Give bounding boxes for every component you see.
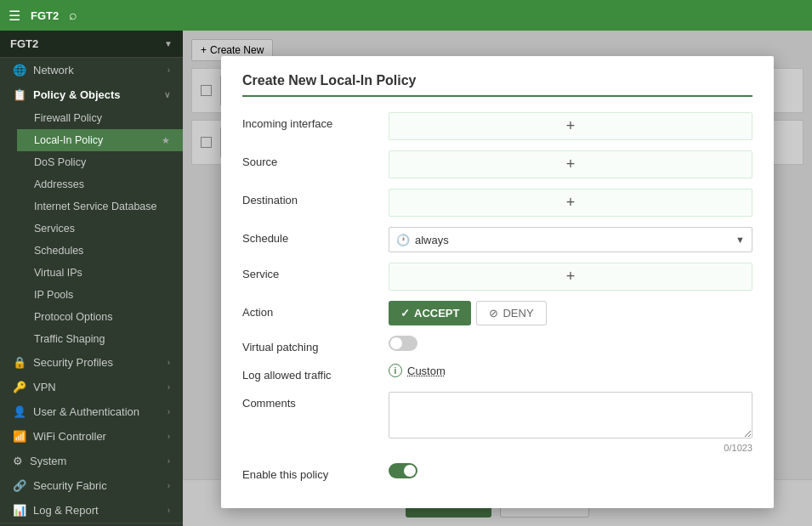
sidebar-item-schedules[interactable]: Schedules (17, 240, 183, 262)
info-icon[interactable]: i (389, 364, 402, 377)
service-row: Service + (242, 263, 752, 291)
log-traffic-value[interactable]: Custom (407, 365, 446, 377)
enable-policy-label: Enable this policy (242, 463, 378, 481)
schedule-control: 🕐 always ▼ (389, 227, 752, 252)
chevron-down-icon: ∨ (164, 90, 170, 99)
sidebar-item-protocol-options[interactable]: Protocol Options (17, 306, 183, 328)
sidebar-item-ip-pools[interactable]: IP Pools (17, 284, 183, 306)
sidebar-item-vpn[interactable]: 🔑 VPN › (0, 375, 183, 399)
schedule-value: always (415, 234, 735, 246)
chevron-right-icon: › (168, 456, 170, 466)
service-control: + (389, 263, 752, 291)
sidebar: FGT2 ▼ 🌐 Network › 📋 Policy & Objects ∨ … (0, 31, 183, 526)
add-icon: + (566, 156, 576, 173)
enable-policy-row: Enable this policy (242, 463, 752, 481)
log-icon: 📊 (13, 504, 26, 517)
deny-button[interactable]: ⊘ DENY (476, 301, 546, 325)
add-icon: + (566, 117, 576, 135)
main-layout: FGT2 ▼ 🌐 Network › 📋 Policy & Objects ∨ … (0, 31, 812, 526)
fortinet-logo: F◼RTINET v7.6.0 (0, 523, 183, 526)
clock-icon: 🕐 (396, 234, 410, 246)
chevron-right-icon: › (168, 481, 170, 490)
destination-label: Destination (242, 189, 378, 206)
sidebar-sub-policy: Firewall Policy Local-In Policy ★ DoS Po… (0, 107, 183, 350)
sidebar-item-internet-service-db[interactable]: Internet Service Database (17, 195, 183, 218)
sidebar-item-traffic-shaping[interactable]: Traffic Shaping (17, 328, 183, 350)
action-label: Action (242, 301, 378, 319)
chevron-right-icon: › (168, 382, 170, 392)
sidebar-item-local-in-policy[interactable]: Local-In Policy ★ (17, 129, 183, 151)
action-row: Action ✓ ACCEPT ⊘ DENY (242, 301, 752, 325)
chevron-down-icon: ▼ (164, 39, 173, 48)
fabric-icon: 🔗 (13, 479, 26, 492)
virtual-patching-label: Virtual patching (242, 336, 378, 353)
source-row: Source + (242, 150, 752, 178)
schedule-label: Schedule (242, 227, 378, 245)
chevron-right-icon: › (168, 358, 170, 367)
menu-icon[interactable]: ☰ (9, 8, 20, 24)
log-traffic-row: Log allowed traffic i Custom (242, 364, 752, 382)
create-policy-dialog: Create New Local-In Policy Incoming inte… (221, 56, 774, 508)
schedule-select[interactable]: 🕐 always ▼ (389, 227, 752, 252)
policy-icon: 📋 (13, 88, 26, 101)
enable-policy-toggle[interactable] (389, 463, 417, 478)
incoming-interface-label: Incoming interface (242, 112, 378, 130)
action-control: ✓ ACCEPT ⊘ DENY (389, 301, 752, 325)
comments-control: 0/1023 (389, 392, 752, 453)
comments-label: Comments (242, 392, 378, 410)
accept-button[interactable]: ✓ ACCEPT (389, 301, 471, 325)
sidebar-item-virtual-ips[interactable]: Virtual IPs (17, 262, 183, 284)
sidebar-item-addresses[interactable]: Addresses (17, 173, 183, 195)
topbar: ☰ FGT2 ⌕ (0, 0, 812, 31)
accept-check-icon: ✓ (400, 307, 410, 320)
chevron-right-icon: › (168, 506, 170, 515)
incoming-interface-add[interactable]: + (389, 112, 752, 140)
incoming-interface-control: + (389, 112, 752, 140)
sidebar-item-dos-policy[interactable]: DoS Policy (17, 151, 183, 173)
destination-control: + (389, 189, 752, 217)
dropdown-arrow-icon: ▼ (735, 235, 745, 245)
content-area: + Create New Im Im Create New Local-In P… (183, 31, 812, 526)
destination-add[interactable]: + (389, 189, 752, 217)
gear-icon: ⚙ (13, 455, 23, 467)
vpn-icon: 🔑 (13, 381, 26, 393)
sidebar-item-user-auth[interactable]: 👤 User & Authentication › (0, 399, 183, 424)
add-icon: + (566, 194, 576, 212)
add-icon: + (566, 268, 576, 286)
sidebar-item-security-fabric[interactable]: 🔗 Security Fabric › (0, 473, 183, 498)
sidebar-item-firewall-policy[interactable]: Firewall Policy (17, 107, 183, 129)
source-control: + (389, 150, 752, 178)
sidebar-item-log-report[interactable]: 📊 Log & Report › (0, 498, 183, 523)
sidebar-device-label: FGT2 (10, 37, 38, 50)
comments-row: Comments 0/1023 (242, 392, 752, 453)
sidebar-item-network[interactable]: 🌐 Network › (0, 58, 183, 82)
star-icon: ★ (162, 135, 170, 146)
sidebar-item-services[interactable]: Services (17, 218, 183, 240)
sidebar-item-security-profiles[interactable]: 🔒 Security Profiles › (0, 350, 183, 375)
virtual-patching-row: Virtual patching (242, 336, 752, 353)
log-traffic-control: i Custom (389, 364, 752, 377)
sidebar-device[interactable]: FGT2 ▼ (0, 31, 183, 58)
source-add[interactable]: + (389, 150, 752, 178)
sidebar-item-system[interactable]: ⚙ System › (0, 449, 183, 473)
wifi-icon: 📶 (13, 430, 26, 443)
lock-icon: 🔒 (13, 356, 26, 369)
device-title: FGT2 (31, 9, 59, 22)
incoming-interface-row: Incoming interface + (242, 112, 752, 140)
user-icon: 👤 (13, 405, 26, 418)
schedule-row: Schedule 🕐 always ▼ (242, 227, 752, 252)
dialog-title: Create New Local-In Policy (242, 73, 752, 97)
service-label: Service (242, 263, 378, 280)
comments-textarea[interactable] (389, 392, 752, 438)
network-icon: 🌐 (13, 64, 26, 76)
virtual-patching-toggle[interactable] (389, 336, 417, 351)
deny-circle-icon: ⊘ (489, 307, 498, 320)
sidebar-item-policy-objects[interactable]: 📋 Policy & Objects ∨ (0, 82, 183, 107)
service-add[interactable]: + (389, 263, 752, 291)
chevron-right-icon: › (168, 65, 170, 75)
search-icon[interactable]: ⌕ (69, 8, 77, 23)
source-label: Source (242, 150, 378, 168)
dialog-overlay: Create New Local-In Policy Incoming inte… (183, 31, 812, 526)
sidebar-item-wifi[interactable]: 📶 WiFi Controller › (0, 424, 183, 449)
destination-row: Destination + (242, 189, 752, 217)
